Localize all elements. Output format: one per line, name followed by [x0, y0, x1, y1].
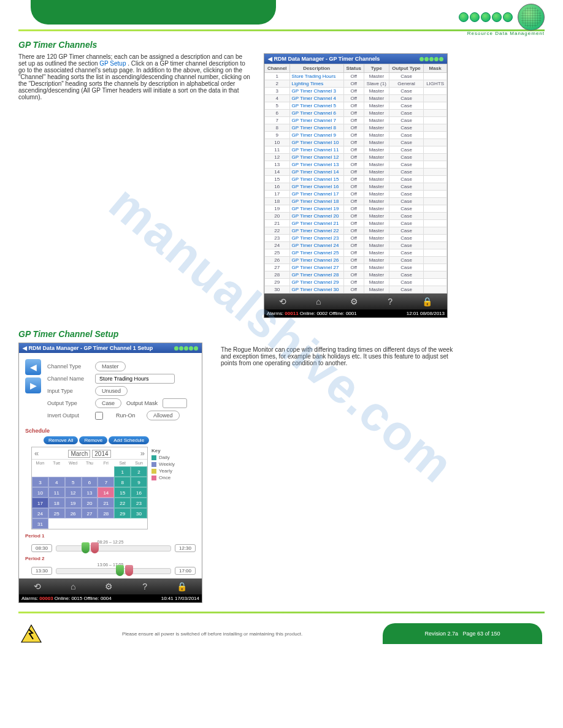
next-channel-button[interactable]: ▶: [25, 377, 41, 393]
period2-start-input[interactable]: 13:30: [31, 567, 52, 575]
calendar-day[interactable]: 18: [48, 498, 65, 508]
th-channel[interactable]: Channel: [265, 64, 290, 73]
table-row[interactable]: 3GP Timer Channel 3OffMasterCase: [265, 88, 447, 95]
calendar-day[interactable]: 22: [114, 498, 131, 508]
calendar-day[interactable]: 21: [98, 498, 114, 508]
output-mask-input[interactable]: [163, 398, 187, 408]
refresh-icon[interactable]: ⟲: [279, 297, 286, 306]
calendar-day[interactable]: 4: [48, 477, 65, 487]
th-status[interactable]: Status: [343, 64, 364, 73]
table-row[interactable]: 19GP Timer Channel 19OffMasterCase: [265, 205, 447, 213]
prev-month-button[interactable]: «: [34, 449, 39, 458]
table-row[interactable]: 30GP Timer Channel 30OffMasterCase: [265, 286, 447, 294]
period2-end-input[interactable]: 17:00: [175, 567, 196, 575]
table-row[interactable]: 4GP Timer Channel 4OffMasterCase: [265, 95, 447, 102]
input-type-select[interactable]: Unused: [95, 386, 128, 396]
table-row[interactable]: 27GP Timer Channel 27OffMasterCase: [265, 264, 447, 271]
table-row[interactable]: 29GP Timer Channel 29OffMasterCase: [265, 279, 447, 286]
gear-icon[interactable]: ⚙: [105, 582, 113, 591]
slider-start-handle[interactable]: [116, 565, 124, 576]
th-mask[interactable]: Mask: [424, 64, 447, 73]
lock-icon[interactable]: 🔒: [422, 297, 432, 306]
remove-all-button[interactable]: Remove All: [44, 436, 78, 444]
table-row[interactable]: 14GP Timer Channel 14OffMasterCase: [265, 169, 447, 176]
table-row[interactable]: 10GP Timer Channel 10OffMasterCase: [265, 139, 447, 146]
table-row[interactable]: 16GP Timer Channel 16OffMasterCase: [265, 183, 447, 191]
period1-slider[interactable]: [56, 545, 171, 552]
table-row[interactable]: 9GP Timer Channel 9OffMasterCase: [265, 132, 447, 139]
calendar-day[interactable]: 20: [82, 498, 98, 508]
calendar-day[interactable]: 13: [82, 487, 98, 498]
calendar-day[interactable]: 11: [48, 487, 65, 498]
invert-output-checkbox[interactable]: [95, 412, 103, 420]
calendar-day[interactable]: 6: [82, 477, 98, 487]
table-row[interactable]: 22GP Timer Channel 22OffMasterCase: [265, 227, 447, 235]
table-row[interactable]: 6GP Timer Channel 6OffMasterCase: [265, 110, 447, 117]
th-type[interactable]: Type: [364, 64, 389, 73]
calendar-day[interactable]: 28: [98, 508, 114, 518]
slider-end-handle[interactable]: [91, 542, 99, 553]
calendar-day[interactable]: 1: [114, 466, 131, 477]
table-row[interactable]: 11GP Timer Channel 11OffMasterCase: [265, 146, 447, 154]
next-month-button[interactable]: »: [140, 449, 145, 458]
help-icon[interactable]: ?: [388, 297, 393, 306]
th-description[interactable]: Description: [289, 64, 343, 73]
calendar-day[interactable]: 23: [131, 498, 147, 508]
table-row[interactable]: 13GP Timer Channel 13OffMasterCase: [265, 161, 447, 169]
calendar-day[interactable]: 2: [131, 466, 147, 477]
calendar-day[interactable]: 16: [131, 487, 147, 498]
calendar-day[interactable]: 14: [98, 487, 114, 498]
gp-setup-link[interactable]: GP Setup: [99, 60, 126, 67]
calendar-day[interactable]: 30: [131, 508, 147, 518]
table-row[interactable]: 18GP Timer Channel 18OffMasterCase: [265, 198, 447, 205]
table-row[interactable]: 25GP Timer Channel 25OffMasterCase: [265, 249, 447, 257]
table-row[interactable]: 20GP Timer Channel 20OffMasterCase: [265, 213, 447, 220]
calendar-day[interactable]: 10: [32, 487, 48, 498]
calendar-day[interactable]: 19: [65, 498, 82, 508]
add-schedule-button[interactable]: Add Schedule: [109, 436, 149, 444]
year-select[interactable]: 2014: [92, 450, 110, 458]
calendar-day[interactable]: 12: [65, 487, 82, 498]
table-row[interactable]: 23GP Timer Channel 23OffMasterCase: [265, 235, 447, 242]
table-row[interactable]: 8GP Timer Channel 8OffMasterCase: [265, 124, 447, 132]
table-row[interactable]: 24GP Timer Channel 24OffMasterCase: [265, 242, 447, 249]
channel-name-input[interactable]: [95, 374, 175, 384]
calendar-day[interactable]: 17: [32, 498, 48, 508]
period1-start-input[interactable]: 08:30: [31, 544, 52, 552]
refresh-icon[interactable]: ⟲: [34, 582, 41, 591]
calendar-day[interactable]: 5: [65, 477, 82, 487]
table-row[interactable]: 1Store Trading HoursOffMasterCase: [265, 73, 447, 80]
month-select[interactable]: March: [68, 450, 90, 458]
output-type-select[interactable]: Case: [95, 398, 121, 408]
gear-icon[interactable]: ⚙: [350, 297, 358, 306]
help-icon[interactable]: ?: [142, 582, 147, 591]
calendar-day[interactable]: 8: [114, 477, 131, 487]
table-row[interactable]: 17GP Timer Channel 17OffMasterCase: [265, 191, 447, 198]
runon-select[interactable]: Allowed: [147, 411, 180, 420]
table-row[interactable]: 15GP Timer Channel 15OffMasterCase: [265, 176, 447, 183]
table-row[interactable]: 2Lighting TimesOffSlave (1)GeneralLIGHTS: [265, 80, 447, 88]
th-output-type[interactable]: Output Type: [389, 64, 423, 73]
table-row[interactable]: 26GP Timer Channel 26OffMasterCase: [265, 257, 447, 264]
remove-button[interactable]: Remove: [79, 436, 107, 444]
period2-slider[interactable]: [56, 568, 171, 574]
home-icon[interactable]: ⌂: [316, 297, 321, 306]
table-row[interactable]: 21GP Timer Channel 21OffMasterCase: [265, 220, 447, 227]
lock-icon[interactable]: 🔒: [177, 582, 187, 591]
channel-type-select[interactable]: Master: [95, 362, 126, 371]
calendar-day[interactable]: 27: [82, 508, 98, 518]
calendar-day[interactable]: 24: [32, 508, 48, 518]
calendar-day[interactable]: 15: [114, 487, 131, 498]
table-row[interactable]: 12GP Timer Channel 12OffMasterCase: [265, 154, 447, 161]
calendar-day[interactable]: 3: [32, 477, 48, 487]
calendar-day[interactable]: 25: [48, 508, 65, 518]
home-icon[interactable]: ⌂: [71, 582, 75, 591]
slider-end-handle[interactable]: [125, 565, 133, 576]
calendar-day[interactable]: 29: [114, 508, 131, 518]
calendar-day[interactable]: 26: [65, 508, 82, 518]
prev-channel-button[interactable]: ◀: [25, 359, 41, 375]
table-row[interactable]: 7GP Timer Channel 7OffMasterCase: [265, 117, 447, 124]
period1-end-input[interactable]: 12:30: [175, 544, 196, 552]
table-row[interactable]: 5GP Timer Channel 5OffMasterCase: [265, 102, 447, 110]
calendar-day[interactable]: 7: [98, 477, 114, 487]
